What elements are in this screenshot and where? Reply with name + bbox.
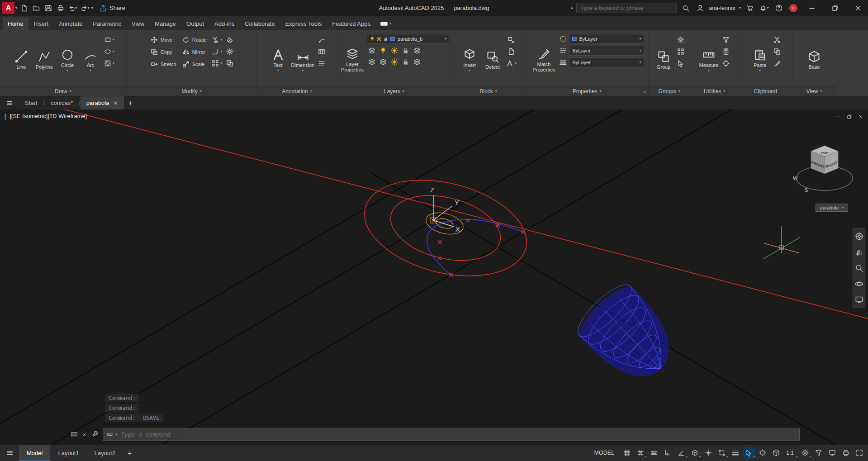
layer-off-button[interactable] (367, 46, 377, 55)
paste-button[interactable]: Paste▾ (749, 31, 771, 86)
graphics-performance-button[interactable] (826, 447, 838, 459)
multileader-tool-button[interactable] (317, 35, 327, 44)
text-caret-icon[interactable]: ▾ (277, 69, 279, 71)
search-button[interactable] (680, 2, 691, 14)
rotate-tool-button[interactable]: Rotate (180, 34, 209, 45)
table-tool-button[interactable] (317, 47, 327, 56)
layer-unlock-button[interactable] (401, 57, 411, 67)
iso-caret-icon[interactable]: ▾ (699, 455, 701, 459)
panel-label-annotation[interactable]: Annotation▾ (257, 86, 337, 96)
crosshair-cursor[interactable] (764, 226, 800, 259)
help-button[interactable] (773, 2, 784, 14)
detect-button[interactable]: Detect (482, 31, 503, 86)
match-properties-button[interactable]: Match Properties (530, 31, 558, 86)
close-tab-icon[interactable]: ✕ (113, 100, 118, 106)
osnap-caret-icon[interactable]: ▾ (726, 455, 728, 459)
polar-tracking-toggle[interactable]: ▾ (675, 447, 687, 459)
properties-dialog-launcher-icon[interactable]: ⇘ (643, 90, 646, 94)
copy-tool-button[interactable]: Copy (148, 47, 179, 57)
share-button[interactable]: Share (100, 5, 125, 12)
layer-freeze-button[interactable] (389, 46, 399, 55)
qat-customize-caret-icon[interactable]: ▾ (91, 6, 93, 10)
tab-collaborate[interactable]: Collaborate (240, 17, 280, 30)
recent-commands-icon[interactable] (107, 432, 113, 437)
text-style-button[interactable] (317, 58, 327, 68)
layer-properties-button[interactable]: Layer Properties (339, 31, 365, 86)
define-attributes-button[interactable]: ▾ (505, 58, 518, 68)
plot-button[interactable] (55, 2, 66, 14)
ribbon-display-caret-icon[interactable]: ▾ (389, 22, 391, 25)
model-tab[interactable]: Model (19, 445, 50, 461)
write-block-button[interactable] (505, 47, 518, 56)
dynamic-ucs-toggle[interactable] (770, 447, 782, 459)
tab-annotate[interactable]: Annotate (54, 17, 87, 30)
redo-caret-icon[interactable]: ▾ (88, 6, 90, 10)
open-file-button[interactable] (30, 2, 42, 14)
attributes-caret-icon[interactable]: ▾ (515, 62, 517, 65)
workspace-caret-icon[interactable]: ▾ (809, 455, 811, 459)
app-menu-button[interactable]: A (2, 2, 14, 14)
array-caret-icon[interactable]: ▾ (220, 62, 222, 65)
layer-lock-icon[interactable] (383, 36, 389, 42)
compass-west-label[interactable]: W (793, 176, 798, 181)
stretch-tool-button[interactable]: Stretch (148, 59, 179, 69)
ungroup-button[interactable] (676, 35, 686, 44)
object-snap-toggle[interactable]: ▾ (716, 447, 728, 459)
redo-button[interactable]: ▾ (79, 2, 90, 14)
annotation-monitor-toggle[interactable] (812, 447, 825, 459)
layer-select-caret-icon[interactable]: ▾ (445, 37, 446, 41)
tab-output[interactable]: Output (181, 17, 209, 30)
move-tool-button[interactable]: Move (148, 34, 179, 45)
circle-tool-button[interactable]: Circle▾ (57, 31, 78, 86)
ellipse-tool-button[interactable]: ▾ (103, 47, 116, 56)
create-block-button[interactable] (505, 35, 518, 44)
command-customize-icon[interactable] (71, 431, 78, 438)
user-name[interactable]: ana-leonor (709, 5, 736, 11)
panel-label-draw[interactable]: Draw▾ (0, 86, 126, 96)
fillet-caret-icon[interactable]: ▾ (220, 50, 222, 53)
layer-on-button[interactable] (367, 57, 377, 67)
file-tab-start[interactable]: Start (19, 96, 43, 110)
compass-south-label[interactable]: S (805, 187, 808, 193)
measure-caret-icon[interactable]: ▾ (708, 69, 710, 71)
dimension-tool-button[interactable]: Dimension▾ (290, 31, 316, 86)
command-input[interactable] (121, 431, 795, 438)
pan-icon[interactable] (855, 248, 863, 257)
scale-tool-button[interactable]: Scale (180, 59, 209, 69)
scale-caret-icon[interactable]: ▾ (796, 455, 797, 459)
ucs-name-chip[interactable]: parabola ▾ (816, 204, 848, 212)
minimize-button[interactable] (802, 0, 822, 16)
chevron-right-icon[interactable]: ▾ (570, 7, 574, 9)
dimension-caret-icon[interactable]: ▾ (302, 69, 304, 71)
layer-color-swatch-icon[interactable] (390, 36, 395, 42)
panel-label-block[interactable]: Block▾ (451, 86, 525, 96)
rectangle-caret-icon[interactable]: ▾ (113, 38, 114, 42)
tab-express-tools[interactable]: Express Tools (280, 17, 327, 30)
command-close-icon[interactable] (82, 432, 87, 437)
circle-caret-icon[interactable]: ▾ (66, 69, 68, 71)
id-point-button[interactable] (721, 58, 731, 68)
layer-bulb-icon[interactable] (370, 36, 375, 42)
ortho-mode-toggle[interactable] (661, 447, 674, 459)
color-caret-icon[interactable]: ▾ (639, 37, 641, 41)
view-cube[interactable]: W S TOP FRONT RIGHT (791, 133, 860, 195)
array-tool-button[interactable]: ▾ (210, 58, 223, 68)
object-color-select[interactable]: ByLayer ▾ (569, 34, 644, 44)
command-wrench-icon[interactable] (91, 431, 99, 438)
restore-button[interactable] (825, 0, 845, 16)
ucs-icon[interactable]: Z Y X (430, 186, 460, 233)
viewport-close-icon[interactable] (858, 114, 863, 119)
snap-mode-toggle[interactable]: ▾ (634, 447, 646, 459)
tab-parametric[interactable]: Parametric (88, 17, 126, 30)
group-button[interactable]: Group (653, 31, 674, 86)
layer-unisolate-button[interactable] (378, 57, 388, 67)
layer-lock-button[interactable] (401, 46, 411, 55)
viewport-restore-icon[interactable] (847, 114, 852, 119)
clean-screen-toggle[interactable] (853, 447, 865, 459)
rectangle-tool-button[interactable]: ▾ (103, 35, 116, 44)
arc-caret-icon[interactable]: ▾ (90, 69, 91, 71)
dynamic-input-toggle[interactable] (648, 447, 660, 459)
tab-insert[interactable]: Insert (29, 17, 54, 30)
file-tabs-menu-button[interactable] (0, 96, 19, 110)
orbit-icon[interactable] (855, 280, 863, 288)
